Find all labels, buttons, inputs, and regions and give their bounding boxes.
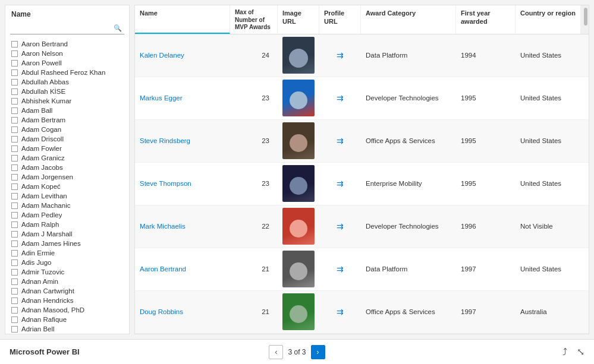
sidebar-checkbox[interactable] [11, 326, 18, 333]
sidebar-checkbox[interactable] [11, 98, 18, 105]
sidebar-item[interactable]: Adam James Hines [5, 239, 129, 248]
sidebar-item[interactable]: Adam Levithan [5, 191, 129, 201]
share-icon[interactable]: ⤴ [562, 347, 567, 357]
sidebar-checkbox[interactable] [11, 50, 18, 57]
sidebar-item[interactable]: Adnan Rafique [5, 315, 129, 324]
sidebar-item[interactable]: Admir Tuzovic [5, 267, 129, 277]
profile-link-icon[interactable]: ⇉ [337, 307, 344, 316]
next-page-button[interactable]: › [311, 345, 325, 359]
sidebar-checkbox[interactable] [11, 269, 18, 276]
sidebar-item[interactable]: Abdullah KİSE [5, 87, 129, 96]
sidebar-checkbox[interactable] [11, 183, 18, 190]
sidebar-checkbox[interactable] [11, 288, 18, 295]
cell-mvp-count: 21 [230, 306, 278, 318]
cell-profile-url[interactable]: ⇉ [319, 305, 361, 319]
sidebar-item[interactable]: Adam Cogan [5, 125, 129, 134]
profile-link-icon[interactable]: ⇉ [337, 221, 344, 231]
sidebar-item[interactable]: Aaron Nelson [5, 49, 129, 58]
sidebar-checkbox[interactable] [11, 297, 18, 304]
profile-link-icon[interactable]: ⇉ [337, 136, 344, 145]
sidebar-checkbox[interactable] [11, 231, 18, 238]
sidebar-item-label: Adnan Amin [21, 278, 58, 285]
sidebar-checkbox[interactable] [11, 88, 18, 95]
sidebar-checkbox[interactable] [11, 193, 18, 200]
sidebar-checkbox[interactable] [11, 174, 18, 181]
sidebar-checkbox[interactable] [11, 79, 18, 86]
cell-profile-url[interactable]: ⇉ [319, 219, 361, 233]
sidebar-item-label: Adam Jacobs [21, 164, 63, 171]
cell-profile-url[interactable]: ⇉ [319, 262, 361, 276]
sidebar-checkbox[interactable] [11, 126, 18, 133]
sidebar-item[interactable]: Abdullah Abbas [5, 77, 129, 87]
cell-award-category: Developer Technologies [361, 92, 456, 104]
fullscreen-icon[interactable]: ⤡ [577, 346, 584, 357]
sidebar-item[interactable]: Adrian Bell [5, 324, 129, 334]
sidebar-item[interactable]: Adam Kopeć [5, 182, 129, 191]
profile-link-icon[interactable]: ⇉ [337, 264, 344, 274]
sidebar-item[interactable]: Adam Machanic [5, 201, 129, 210]
sidebar-checkbox[interactable] [11, 221, 18, 228]
cell-image [278, 78, 319, 118]
cell-mvp-count: 22 [230, 220, 278, 232]
profile-link-icon[interactable]: ⇉ [337, 50, 344, 60]
cell-country: United States [516, 49, 581, 61]
sidebar-item[interactable]: Adam Jacobs [5, 163, 129, 172]
profile-link-icon[interactable]: ⇉ [337, 179, 344, 188]
sidebar-item-label: Abdullah KİSE [21, 88, 65, 95]
sidebar-checkbox[interactable] [11, 307, 18, 314]
cell-profile-url[interactable]: ⇉ [319, 134, 361, 148]
sidebar-checkbox[interactable] [11, 136, 18, 143]
sidebar-item[interactable]: Adam Fowler [5, 144, 129, 153]
cell-award-category: Enterprise Mobility [361, 178, 456, 189]
cell-profile-url[interactable]: ⇉ [319, 176, 361, 191]
sidebar-item[interactable]: Adam Bertram [5, 115, 129, 125]
sidebar-item[interactable]: Adam Pedley [5, 210, 129, 220]
sidebar-item[interactable]: Adam Driscoll [5, 134, 129, 144]
sidebar-checkbox[interactable] [11, 145, 18, 152]
sidebar-checkbox[interactable] [11, 41, 18, 48]
table-row: Aaron Bertrand 21 ⇉ Data Platform 1997 U… [135, 248, 589, 291]
sidebar-item-label: Adis Jugo [21, 259, 52, 266]
sidebar-item[interactable]: Adnan Masood, PhD [5, 305, 129, 315]
sidebar-item[interactable]: Aaron Powell [5, 58, 129, 68]
sidebar-item[interactable]: Adin Ermie [5, 248, 129, 258]
sidebar-item[interactable]: Adam Ball [5, 106, 129, 115]
sidebar-item-label: Adam Pedley [21, 211, 62, 219]
sidebar-item[interactable]: Abdul Rasheed Feroz Khan [5, 68, 129, 77]
sidebar-checkbox[interactable] [11, 164, 18, 171]
sidebar-checkbox[interactable] [11, 117, 18, 124]
scrollbar-header [581, 5, 589, 34]
sidebar-checkbox[interactable] [11, 212, 18, 219]
sidebar-checkbox[interactable] [11, 250, 18, 257]
profile-link-icon[interactable]: ⇉ [337, 93, 344, 103]
sidebar-checkbox[interactable] [11, 278, 18, 285]
sidebar-item[interactable]: Adnan Cartwright [5, 286, 129, 296]
sidebar-checkbox[interactable] [11, 259, 18, 266]
sidebar-checkbox[interactable] [11, 107, 18, 114]
search-icon: 🔍 [114, 24, 122, 32]
sidebar-checkbox[interactable] [11, 69, 18, 76]
cell-image [278, 206, 319, 246]
sidebar-checkbox[interactable] [11, 240, 18, 247]
sidebar-checkbox[interactable] [11, 202, 18, 209]
search-input[interactable] [10, 23, 124, 34]
prev-page-button[interactable]: ‹ [269, 345, 283, 359]
sidebar-item[interactable]: Adnan Hendricks [5, 296, 129, 305]
sidebar-checkbox[interactable] [11, 316, 18, 323]
sidebar-search-container[interactable]: 🔍 [10, 23, 124, 34]
sidebar-checkbox[interactable] [11, 60, 18, 67]
sidebar-item[interactable]: Adam J Marshall [5, 229, 129, 239]
cell-image [278, 249, 319, 289]
sidebar-item[interactable]: Adam Granicz [5, 153, 129, 163]
sidebar-item[interactable]: Aaron Bertrand [5, 39, 129, 49]
sidebar-item[interactable]: Abhishek Kumar [5, 96, 129, 106]
cell-profile-url[interactable]: ⇉ [319, 48, 361, 62]
sidebar-item[interactable]: Adis Jugo [5, 258, 129, 267]
cell-profile-url[interactable]: ⇉ [319, 91, 361, 105]
cell-image [278, 292, 319, 332]
sidebar-item[interactable]: Adnan Amin [5, 277, 129, 286]
sidebar-item-label: Adam Driscoll [21, 135, 64, 143]
sidebar-checkbox[interactable] [11, 155, 18, 162]
sidebar-item[interactable]: Adam Jorgensen [5, 172, 129, 182]
sidebar-item[interactable]: Adam Ralph [5, 220, 129, 229]
